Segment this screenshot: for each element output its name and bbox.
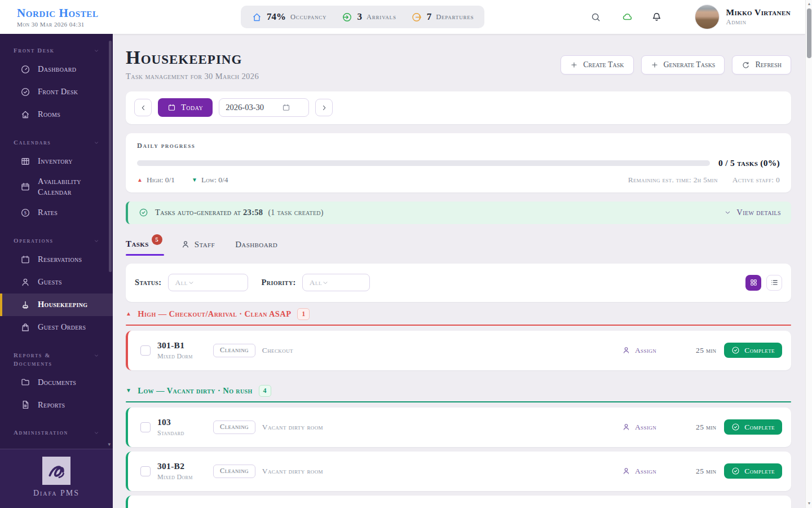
sidebar-section-operations[interactable]: Operations — [14, 237, 99, 245]
occupancy-value: 74% — [267, 11, 286, 23]
bell-icon[interactable] — [651, 11, 663, 23]
tab-tasks[interactable]: Tasks 5 — [126, 239, 164, 256]
top-bar: Nordic Hostel Mon 30 Mar 2026 04:31 74% … — [0, 0, 805, 34]
task-checkbox[interactable] — [140, 422, 151, 432]
brand-title: Nordic Hostel — [17, 6, 99, 20]
task-checkbox[interactable] — [140, 466, 151, 476]
sidebar-scrollbar-thumb[interactable] — [109, 41, 112, 272]
complete-button[interactable]: Complete — [724, 463, 782, 479]
task-duration: 25 min — [696, 346, 716, 355]
assign-button[interactable]: Assign — [622, 423, 656, 432]
arrivals-value: 3 — [357, 11, 362, 23]
chevron-down-icon — [94, 138, 99, 146]
assign-button[interactable]: Assign — [622, 467, 656, 476]
status-filter-select[interactable]: All — [168, 274, 248, 291]
chevron-right-icon — [320, 104, 328, 112]
tab-staff[interactable]: Staff — [181, 240, 215, 256]
scroll-down-icon[interactable]: ▼ — [806, 502, 812, 506]
cloud-icon[interactable] — [621, 11, 634, 23]
complete-label: Complete — [744, 423, 775, 432]
task-checkbox[interactable] — [140, 345, 151, 356]
complete-button[interactable]: Complete — [724, 343, 782, 358]
tab-dashboard[interactable]: Dashboard — [235, 240, 277, 256]
complete-label: Complete — [744, 346, 775, 355]
sidebar-item-documents[interactable]: Documents — [0, 371, 113, 393]
user-block: Mikko Virtanen Admin — [726, 7, 791, 27]
user-name: Mikko Virtanen — [726, 7, 791, 17]
table-icon — [20, 156, 38, 167]
search-icon[interactable] — [590, 12, 602, 23]
status-filter-value: All — [175, 278, 188, 287]
previous-day-button[interactable] — [134, 99, 152, 116]
sidebar-item-label: Documents — [38, 377, 76, 388]
sidebar-item-label: Rates — [38, 207, 58, 218]
task-description: Checkout — [262, 346, 293, 355]
sidebar-item-guests[interactable]: Guests — [0, 271, 113, 294]
sidebar-item-guest-orders[interactable]: Guest Orders — [0, 316, 113, 339]
chevron-down-icon — [322, 279, 329, 286]
sidebar-section-administration[interactable]: Administration — [14, 428, 99, 437]
sidebar-item-label: Reservations — [38, 254, 82, 265]
task-room-block: 301-B1 Mixed Dorm — [157, 340, 213, 361]
avatar[interactable] — [695, 5, 720, 29]
scroll-down-icon[interactable]: ▾ — [108, 442, 111, 447]
priority-filter-select[interactable]: All — [302, 274, 370, 291]
brush-icon — [20, 300, 38, 310]
sidebar-item-label: Reports — [38, 400, 65, 411]
sidebar-item-reports[interactable]: Reports — [0, 393, 113, 416]
task-row: 103 Standard Cleaning Vacant dirty room … — [126, 408, 791, 447]
date-input[interactable] — [226, 103, 282, 112]
section-label-text: Operations — [14, 237, 54, 245]
sidebar-item-inventory[interactable]: Inventory — [0, 150, 113, 173]
chevron-down-icon — [94, 428, 99, 436]
arrivals-label: Arrivals — [367, 13, 396, 21]
check-circle-icon — [139, 208, 148, 217]
chevron-down-icon — [94, 46, 99, 54]
filters-bar: Status: All Priority: All — [126, 264, 791, 302]
complete-button[interactable]: Complete — [724, 419, 782, 435]
sidebar-item-label: Front Desk — [38, 86, 78, 98]
sidebar-section-front-desk[interactable]: Front Desk — [14, 46, 99, 55]
view-details-button[interactable]: View details — [724, 208, 781, 217]
user-role: Admin — [726, 18, 791, 27]
departures-value: 7 — [427, 11, 432, 23]
sidebar-nav: Front Desk Dashboard Front Desk Rooms Ca… — [0, 34, 113, 449]
generate-tasks-button[interactable]: Generate Tasks — [641, 55, 725, 75]
departures-label: Departures — [436, 13, 474, 21]
page-scrollbar-thumb[interactable] — [807, 8, 811, 58]
sidebar-item-availability-calendar[interactable]: Availability Calendar — [0, 173, 113, 202]
scroll-up-icon[interactable]: ▲ — [806, 2, 812, 6]
calendar-icon[interactable] — [282, 103, 290, 112]
next-day-button[interactable] — [315, 99, 333, 116]
tab-staff-label: Staff — [195, 240, 215, 249]
progress-bar — [137, 160, 710, 166]
sidebar-item-dashboard[interactable]: Dashboard — [0, 58, 113, 81]
plus-icon — [651, 61, 659, 69]
assign-button[interactable]: Assign — [622, 346, 656, 355]
sidebar-section-calendars[interactable]: Calendars — [14, 138, 99, 147]
sidebar-item-label: Guest Orders — [38, 322, 86, 333]
sidebar-item-label: Guests — [38, 277, 62, 288]
task-row: 301-B2 Mixed Dorm Cleaning Vacant dirty … — [126, 452, 791, 491]
sidebar-item-housekeeping[interactable]: Housekeeping — [0, 294, 113, 316]
sidebar-item-rooms[interactable]: Rooms — [0, 103, 113, 126]
status-filter-label: Status: — [135, 278, 162, 287]
departure-icon — [412, 12, 422, 23]
sidebar-item-rates[interactable]: $ Rates — [0, 202, 113, 224]
calendar-icon — [167, 103, 176, 112]
departures-stat: 7 Departures — [412, 11, 474, 23]
sidebar-section-reports-documents[interactable]: Reports & Documents — [14, 351, 99, 368]
grid-view-button[interactable] — [745, 275, 761, 291]
generate-tasks-label: Generate Tasks — [664, 60, 716, 69]
diafa-logo — [42, 457, 70, 485]
sidebar-item-front-desk[interactable]: Front Desk — [0, 81, 113, 103]
create-task-button[interactable]: Create Task — [561, 55, 633, 75]
refresh-button[interactable]: Refresh — [732, 55, 791, 75]
task-room: 301-B2 — [157, 461, 213, 471]
chevron-left-icon — [139, 104, 147, 112]
sidebar-item-reservations[interactable]: Reservations — [0, 248, 113, 271]
list-view-button[interactable] — [766, 275, 782, 291]
today-button[interactable]: Today — [158, 98, 213, 117]
calendar-icon — [20, 255, 38, 265]
page-scrollbar[interactable]: ▲ ▼ — [805, 0, 812, 508]
